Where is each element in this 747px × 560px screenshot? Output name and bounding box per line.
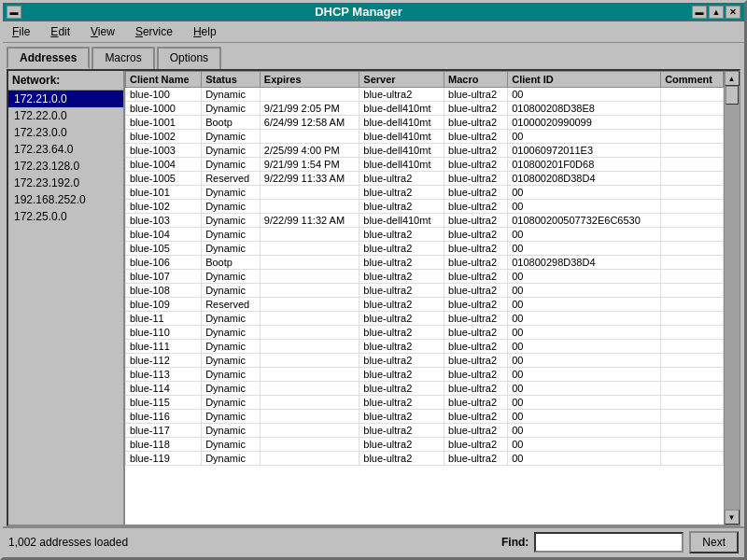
table-cell xyxy=(260,396,359,410)
scroll-thumb[interactable] xyxy=(726,86,739,105)
table-row[interactable]: blue-109Reservedblue-ultra2blue-ultra200 xyxy=(126,298,724,312)
table-row[interactable]: blue-1003Dynamic2/25/99 4:00 PMblue-dell… xyxy=(126,144,724,158)
table-cell: blue-ultra2 xyxy=(359,326,444,340)
table-row[interactable]: blue-115Dynamicblue-ultra2blue-ultra200 xyxy=(126,396,724,410)
table-cell xyxy=(260,130,359,144)
find-area: Find: Next xyxy=(501,531,739,553)
table-cell xyxy=(661,284,724,298)
menu-service[interactable]: Service xyxy=(130,23,178,40)
table-cell: 00 xyxy=(508,326,661,340)
table-row[interactable]: blue-112Dynamicblue-ultra2blue-ultra200 xyxy=(126,354,724,368)
find-input[interactable] xyxy=(534,532,684,553)
table-cell xyxy=(260,200,359,214)
menu-view[interactable]: View xyxy=(85,23,120,40)
network-header: Network: xyxy=(8,71,123,91)
table-row[interactable]: blue-1001Bootp6/24/99 12:58 AMblue-dell4… xyxy=(126,116,724,130)
col-status: Status xyxy=(202,72,261,88)
table-row[interactable]: blue-103Dynamic9/22/99 11:32 AMblue-dell… xyxy=(126,214,724,228)
table-cell: blue-ultra2 xyxy=(444,130,508,144)
table-cell: Dynamic xyxy=(202,242,261,256)
table-row[interactable]: blue-116Dynamicblue-ultra2blue-ultra200 xyxy=(126,410,724,424)
tab-addresses[interactable]: Addresses xyxy=(7,47,90,69)
table-row[interactable]: blue-1000Dynamic9/21/99 2:05 PMblue-dell… xyxy=(126,102,724,116)
table-row[interactable]: blue-1004Dynamic9/21/99 1:54 PMblue-dell… xyxy=(126,158,724,172)
table-row[interactable]: blue-108Dynamicblue-ultra2blue-ultra200 xyxy=(126,284,724,298)
tab-macros[interactable]: Macros xyxy=(92,47,154,69)
table-row[interactable]: blue-114Dynamicblue-ultra2blue-ultra200 xyxy=(126,382,724,396)
table-cell: blue-1001 xyxy=(126,116,202,130)
table-cell: blue-ultra2 xyxy=(359,438,444,452)
table-cell: blue-ultra2 xyxy=(444,270,508,284)
table-cell: 6/24/99 12:58 AM xyxy=(260,116,359,130)
table-cell: blue-dell410mt xyxy=(359,116,444,130)
table-cell: blue-ultra2 xyxy=(359,284,444,298)
scroll-track[interactable] xyxy=(725,86,740,510)
table-panel: Client Name Status Expires Server Macro … xyxy=(125,71,724,525)
network-item[interactable]: 172.22.0.0 xyxy=(8,107,123,124)
table-cell: blue-ultra2 xyxy=(444,158,508,172)
table-row[interactable]: blue-106Bootpblue-ultra2blue-ultra201080… xyxy=(126,256,724,270)
network-item[interactable]: 172.23.0.0 xyxy=(8,124,123,141)
scroll-down-button[interactable]: ▼ xyxy=(725,510,740,525)
table-cell: blue-11 xyxy=(126,312,202,326)
table-row[interactable]: blue-105Dynamicblue-ultra2blue-ultra200 xyxy=(126,242,724,256)
table-row[interactable]: blue-100Dynamicblue-ultra2blue-ultra200 xyxy=(126,88,724,102)
network-panel: Network: 172.21.0.0 172.22.0.0 172.23.0.… xyxy=(8,71,125,525)
table-cell xyxy=(260,270,359,284)
table-cell xyxy=(260,284,359,298)
table-row[interactable]: blue-101Dynamicblue-ultra2blue-ultra200 xyxy=(126,186,724,200)
network-item[interactable]: 172.23.192.0 xyxy=(8,175,123,191)
table-row[interactable]: blue-104Dynamicblue-ultra2blue-ultra200 xyxy=(126,228,724,242)
table-cell: blue-ultra2 xyxy=(444,410,508,424)
network-item[interactable]: 172.25.0.0 xyxy=(8,208,123,225)
table-row[interactable]: blue-117Dynamicblue-ultra2blue-ultra200 xyxy=(126,424,724,438)
menu-edit[interactable]: Edit xyxy=(45,23,76,40)
table-cell: 00 xyxy=(508,354,661,368)
network-item[interactable]: 172.23.128.0 xyxy=(8,158,123,175)
table-cell xyxy=(260,382,359,396)
scroll-up-button[interactable]: ▲ xyxy=(725,71,740,86)
table-container[interactable]: Client Name Status Expires Server Macro … xyxy=(125,71,724,525)
scrollbar[interactable]: ▲ ▼ xyxy=(724,71,739,525)
table-row[interactable]: blue-118Dynamicblue-ultra2blue-ultra200 xyxy=(126,438,724,452)
table-row[interactable]: blue-11Dynamicblue-ultra2blue-ultra200 xyxy=(126,312,724,326)
table-cell: blue-ultra2 xyxy=(359,172,444,186)
network-item[interactable]: 192.168.252.0 xyxy=(8,191,123,208)
table-cell: blue-ultra2 xyxy=(444,382,508,396)
table-cell: blue-ultra2 xyxy=(444,452,508,466)
minimize-button[interactable]: ▬ xyxy=(692,6,707,19)
app-window: ▬ DHCP Manager ▬ ▲ ✕ File Edit View Serv… xyxy=(0,0,747,560)
table-cell: blue-dell410mt xyxy=(359,214,444,228)
table-row[interactable]: blue-102Dynamicblue-ultra2blue-ultra200 xyxy=(126,200,724,214)
table-cell: 010800208D38D4 xyxy=(508,172,661,186)
table-row[interactable]: blue-110Dynamicblue-ultra2blue-ultra200 xyxy=(126,326,724,340)
menu-icon[interactable]: ▬ xyxy=(7,6,21,19)
table-row[interactable]: blue-1002Dynamicblue-dell410mtblue-ultra… xyxy=(126,130,724,144)
table-row[interactable]: blue-113Dynamicblue-ultra2blue-ultra200 xyxy=(126,368,724,382)
table-cell: blue-108 xyxy=(126,284,202,298)
menu-help[interactable]: Help xyxy=(188,23,222,40)
table-cell: blue-ultra2 xyxy=(444,284,508,298)
table-row[interactable]: blue-119Dynamicblue-ultra2blue-ultra200 xyxy=(126,452,724,466)
table-cell: 00 xyxy=(508,284,661,298)
maximize-button[interactable]: ▲ xyxy=(709,6,724,19)
next-button[interactable]: Next xyxy=(689,531,739,553)
table-cell: blue-ultra2 xyxy=(444,172,508,186)
table-row[interactable]: blue-1005Reserved9/22/99 11:33 AMblue-ul… xyxy=(126,172,724,186)
table-cell: blue-ultra2 xyxy=(444,214,508,228)
table-row[interactable]: blue-111Dynamicblue-ultra2blue-ultra200 xyxy=(126,340,724,354)
table-cell: blue-ultra2 xyxy=(359,242,444,256)
menu-file[interactable]: File xyxy=(7,23,35,40)
table-cell: blue-ultra2 xyxy=(444,242,508,256)
table-cell: blue-1005 xyxy=(126,172,202,186)
table-cell xyxy=(661,214,724,228)
network-item[interactable]: 172.21.0.0 xyxy=(8,91,123,107)
table-row[interactable]: blue-107Dynamicblue-ultra2blue-ultra200 xyxy=(126,270,724,284)
col-expires: Expires xyxy=(260,72,359,88)
table-cell: blue-dell410mt xyxy=(359,102,444,116)
close-button[interactable]: ✕ xyxy=(726,6,740,19)
tab-options[interactable]: Options xyxy=(157,47,221,69)
table-cell xyxy=(661,410,724,424)
network-item[interactable]: 172.23.64.0 xyxy=(8,141,123,158)
table-cell: blue-101 xyxy=(126,186,202,200)
